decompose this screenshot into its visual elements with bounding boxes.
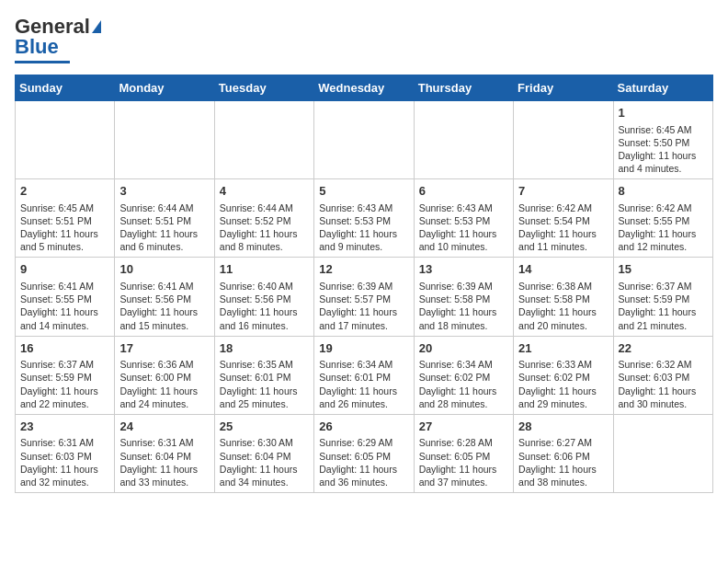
day-info: Sunset: 5:50 PM <box>619 136 708 149</box>
day-info: Sunrise: 6:28 AM <box>419 436 508 449</box>
day-info: Sunset: 5:58 PM <box>518 293 608 305</box>
day-number: 11 <box>220 261 309 278</box>
day-info: Sunset: 5:59 PM <box>619 293 708 305</box>
day-info: Sunset: 5:56 PM <box>220 293 309 305</box>
calendar-cell: 23Sunrise: 6:31 AMSunset: 6:03 PMDayligh… <box>16 414 115 492</box>
day-info: Sunset: 5:52 PM <box>220 214 309 227</box>
calendar-cell: 17Sunrise: 6:36 AMSunset: 6:00 PMDayligh… <box>115 336 214 414</box>
day-info: Sunrise: 6:39 AM <box>319 280 408 293</box>
day-info: Sunrise: 6:29 AM <box>319 436 408 449</box>
day-info: Sunset: 5:59 PM <box>20 371 109 384</box>
calendar-cell: 2Sunrise: 6:45 AMSunset: 5:51 PMDaylight… <box>16 179 115 258</box>
day-number: 18 <box>220 340 309 357</box>
day-info: Sunset: 6:01 PM <box>319 371 408 384</box>
day-number: 20 <box>419 340 508 357</box>
calendar-week-row: 1Sunrise: 6:45 AMSunset: 5:50 PMDaylight… <box>16 101 713 179</box>
calendar-week-row: 9Sunrise: 6:41 AMSunset: 5:55 PMDaylight… <box>16 258 713 336</box>
calendar-cell: 21Sunrise: 6:33 AMSunset: 6:02 PMDayligh… <box>514 336 613 414</box>
day-info: Sunset: 6:00 PM <box>119 371 209 384</box>
day-number: 14 <box>518 261 608 278</box>
calendar-cell <box>314 101 414 179</box>
day-info: Sunrise: 6:36 AM <box>119 358 209 371</box>
day-info: Sunset: 5:57 PM <box>319 293 408 305</box>
day-number: 9 <box>20 261 109 278</box>
calendar-week-row: 16Sunrise: 6:37 AMSunset: 5:59 PMDayligh… <box>16 336 713 414</box>
day-info: Daylight: 11 hours and 5 minutes. <box>20 227 109 253</box>
weekday-header-friday: Friday <box>514 75 613 101</box>
day-number: 28 <box>518 419 608 435</box>
day-info: Daylight: 11 hours and 10 minutes. <box>419 227 508 253</box>
day-info: Daylight: 11 hours and 36 minutes. <box>319 463 408 488</box>
weekday-header-saturday: Saturday <box>613 75 712 101</box>
calendar-cell: 8Sunrise: 6:42 AMSunset: 5:55 PMDaylight… <box>613 179 712 258</box>
calendar-table: SundayMondayTuesdayWednesdayThursdayFrid… <box>15 75 713 493</box>
day-info: Sunrise: 6:34 AM <box>319 358 408 371</box>
day-info: Daylight: 11 hours and 38 minutes. <box>518 463 608 488</box>
calendar-cell: 16Sunrise: 6:37 AMSunset: 5:59 PMDayligh… <box>16 336 115 414</box>
day-info: Daylight: 11 hours and 8 minutes. <box>220 227 309 253</box>
day-info: Sunrise: 6:41 AM <box>119 280 209 293</box>
calendar-cell: 25Sunrise: 6:30 AMSunset: 6:04 PMDayligh… <box>214 414 313 492</box>
day-number: 25 <box>220 419 309 435</box>
day-info: Sunrise: 6:40 AM <box>220 280 309 293</box>
day-info: Daylight: 11 hours and 21 minutes. <box>619 305 708 331</box>
day-info: Daylight: 11 hours and 18 minutes. <box>419 305 508 331</box>
day-number: 17 <box>119 340 209 357</box>
day-number: 15 <box>619 261 708 278</box>
calendar-cell: 9Sunrise: 6:41 AMSunset: 5:55 PMDaylight… <box>16 258 115 336</box>
calendar-cell: 7Sunrise: 6:42 AMSunset: 5:54 PMDaylight… <box>514 179 613 258</box>
day-info: Sunrise: 6:44 AM <box>220 201 309 214</box>
day-info: Sunrise: 6:42 AM <box>518 201 608 214</box>
day-info: Sunrise: 6:44 AM <box>119 201 209 214</box>
day-info: Sunset: 6:02 PM <box>518 371 608 384</box>
day-info: Daylight: 11 hours and 26 minutes. <box>319 385 408 410</box>
calendar-cell <box>16 101 115 179</box>
calendar-cell <box>613 414 712 492</box>
day-info: Daylight: 11 hours and 24 minutes. <box>119 385 209 410</box>
calendar-cell: 3Sunrise: 6:44 AMSunset: 5:51 PMDaylight… <box>115 179 214 258</box>
day-number: 10 <box>119 261 209 278</box>
day-info: Daylight: 11 hours and 20 minutes. <box>518 305 608 331</box>
day-info: Daylight: 11 hours and 33 minutes. <box>119 463 209 488</box>
day-info: Sunset: 6:05 PM <box>419 450 508 463</box>
day-number: 24 <box>119 419 209 435</box>
day-info: Sunset: 5:51 PM <box>20 214 109 227</box>
day-info: Sunrise: 6:41 AM <box>20 280 109 293</box>
weekday-header-sunday: Sunday <box>16 75 115 101</box>
day-info: Sunrise: 6:34 AM <box>419 358 508 371</box>
calendar-cell: 5Sunrise: 6:43 AMSunset: 5:53 PMDaylight… <box>314 179 414 258</box>
day-info: Daylight: 11 hours and 16 minutes. <box>220 305 309 331</box>
day-info: Sunset: 6:05 PM <box>319 450 408 463</box>
calendar-cell: 10Sunrise: 6:41 AMSunset: 5:56 PMDayligh… <box>115 258 214 336</box>
day-info: Sunset: 6:01 PM <box>220 371 309 384</box>
day-info: Sunset: 5:55 PM <box>619 214 708 227</box>
logo-triangle-icon <box>92 20 101 33</box>
day-info: Daylight: 11 hours and 30 minutes. <box>619 385 708 410</box>
day-info: Sunset: 5:51 PM <box>119 214 209 227</box>
day-info: Sunset: 5:53 PM <box>419 214 508 227</box>
day-info: Sunrise: 6:31 AM <box>20 436 109 449</box>
calendar-cell: 6Sunrise: 6:43 AMSunset: 5:53 PMDaylight… <box>414 179 513 258</box>
page-header: General Blue <box>15 15 713 63</box>
day-info: Sunset: 5:58 PM <box>419 293 508 305</box>
day-number: 27 <box>419 419 508 435</box>
calendar-cell: 26Sunrise: 6:29 AMSunset: 6:05 PMDayligh… <box>314 414 414 492</box>
calendar-cell: 19Sunrise: 6:34 AMSunset: 6:01 PMDayligh… <box>314 336 414 414</box>
day-info: Daylight: 11 hours and 28 minutes. <box>419 385 508 410</box>
weekday-header-tuesday: Tuesday <box>214 75 313 101</box>
calendar-cell: 13Sunrise: 6:39 AMSunset: 5:58 PMDayligh… <box>414 258 513 336</box>
day-number: 21 <box>518 340 608 357</box>
calendar-cell: 24Sunrise: 6:31 AMSunset: 6:04 PMDayligh… <box>115 414 214 492</box>
day-info: Sunset: 6:04 PM <box>220 450 309 463</box>
day-info: Sunset: 5:55 PM <box>20 293 109 305</box>
day-info: Sunrise: 6:30 AM <box>220 436 309 449</box>
day-number: 26 <box>319 419 408 435</box>
day-info: Sunrise: 6:42 AM <box>619 201 708 214</box>
calendar-week-row: 23Sunrise: 6:31 AMSunset: 6:03 PMDayligh… <box>16 414 713 492</box>
day-info: Sunset: 6:03 PM <box>619 371 708 384</box>
day-info: Daylight: 11 hours and 29 minutes. <box>518 385 608 410</box>
day-info: Sunset: 5:53 PM <box>319 214 408 227</box>
day-info: Sunset: 6:03 PM <box>20 450 109 463</box>
day-number: 4 <box>220 183 309 200</box>
day-info: Daylight: 11 hours and 34 minutes. <box>220 463 309 488</box>
